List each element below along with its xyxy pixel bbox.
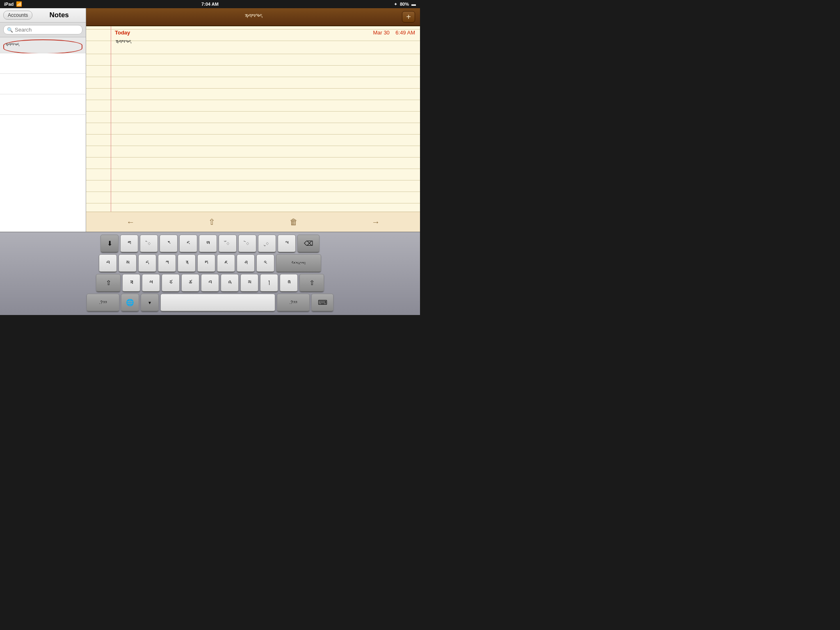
- note-today-label: Today: [115, 30, 130, 36]
- accounts-button[interactable]: Accounts: [3, 11, 32, 20]
- notes-header: Accounts Notes: [0, 8, 86, 23]
- battery-icon: ▬: [411, 2, 416, 7]
- shift-right-key[interactable]: ⇧: [299, 274, 324, 292]
- key-ma[interactable]: མ: [119, 254, 137, 272]
- notes-title: Notes: [36, 11, 82, 19]
- back-button[interactable]: ←: [121, 216, 139, 228]
- notes-list: ནབསལད: [0, 37, 86, 232]
- key-shad[interactable]: །: [260, 274, 278, 292]
- key-tha[interactable]: ཐ: [122, 274, 140, 292]
- backspace-key[interactable]: ⌫: [297, 235, 320, 253]
- note-date: Mar 30: [373, 30, 389, 36]
- key-punct-left[interactable]: .?༣༣: [87, 294, 119, 312]
- key-a[interactable]: ཨ: [199, 235, 217, 253]
- key-mark[interactable]: ▾: [141, 294, 159, 312]
- delete-button[interactable]: 🗑: [285, 216, 303, 228]
- space-key[interactable]: [160, 294, 275, 312]
- key-nga[interactable]: ང: [179, 235, 197, 253]
- globe-key[interactable]: 🌐: [121, 294, 139, 312]
- notes-panel: Accounts Notes 🔍 ནབསལད: [0, 8, 86, 232]
- key-punct-right[interactable]: .?༣༣: [277, 294, 310, 312]
- key-pha[interactable]: ཕ: [142, 274, 160, 292]
- key-tsa[interactable]: ཙ: [162, 274, 180, 292]
- return-key[interactable]: འཛིན་ལྡན།: [276, 254, 321, 272]
- wifi-icon: 📶: [16, 1, 22, 7]
- time-display: 7:04 AM: [201, 2, 219, 7]
- key-ah[interactable]: འ: [256, 254, 274, 272]
- key-ka[interactable]: ཀ: [158, 254, 176, 272]
- key-ga[interactable]: ག: [120, 235, 138, 253]
- editor-title: ནབསལད: [244, 13, 262, 21]
- key-dza[interactable]: ཇ: [217, 254, 235, 272]
- key-ta[interactable]: ཏ: [197, 254, 215, 272]
- list-item-empty2[interactable]: [0, 74, 86, 94]
- list-item-empty1[interactable]: [0, 53, 86, 74]
- key-ba[interactable]: བ: [99, 254, 117, 272]
- status-left: iPad 📶: [4, 1, 22, 7]
- key-ma2[interactable]: མ: [240, 274, 258, 292]
- status-right: ✦ 80% ▬: [394, 2, 416, 7]
- key-ra[interactable]: ར: [160, 235, 178, 253]
- status-bar: iPad 📶 7:04 AM ✦ 80% ▬: [0, 0, 420, 8]
- list-item[interactable]: ནབསལད: [0, 37, 86, 53]
- share-button[interactable]: ⇧: [203, 215, 220, 228]
- keyboard: ⬇ ག ི ར ང ཨ ོ ེ ུ ལ ⌫ བ མ ད ཀ ན ཏ ཇ ཤ འ …: [0, 232, 420, 315]
- key-la[interactable]: ལ: [278, 235, 296, 253]
- key-e[interactable]: ེ: [238, 235, 256, 253]
- key-da[interactable]: ད: [138, 254, 156, 272]
- note-paper[interactable]: Today Mar 30 6:49 AM ནབསལད: [86, 26, 420, 212]
- key-tsha[interactable]: ཚ: [181, 274, 199, 292]
- keyboard-row-3: ⇧ ཐ ཕ ཙ ཚ བ ཞ མ ། ༀ ⇧: [2, 274, 418, 292]
- note-paper-inner: Today Mar 30 6:49 AM ནབསལད: [86, 26, 420, 212]
- editor-panel: ནབསལད + Today Mar 30 6:49 AM ནབསལད ← ⇧: [86, 8, 420, 232]
- note-time: 6:49 AM: [395, 30, 415, 36]
- note-date-header: Today Mar 30 6:49 AM: [86, 26, 420, 37]
- search-input-wrapper[interactable]: 🔍: [3, 25, 82, 34]
- note-title: ནབསལད: [5, 42, 19, 48]
- note-datetime: Mar 30 6:49 AM: [373, 30, 415, 36]
- key-sha[interactable]: ཤ: [237, 254, 255, 272]
- main-content: Accounts Notes 🔍 ནབསལད ནབསལད +: [0, 8, 420, 232]
- editor-toolbar: ← ⇧ 🗑 →: [86, 212, 420, 232]
- key-om[interactable]: ༀ: [280, 274, 298, 292]
- bluetooth-icon: ✦: [394, 2, 397, 7]
- shift-left-key[interactable]: ⇧: [96, 274, 121, 292]
- search-input[interactable]: [15, 27, 79, 33]
- note-content[interactable]: ནབསལད: [86, 37, 420, 48]
- carrier-label: iPad: [4, 2, 14, 7]
- key-i[interactable]: ི: [140, 235, 158, 253]
- key-zha[interactable]: ཞ: [221, 274, 239, 292]
- key-o[interactable]: ོ: [219, 235, 237, 253]
- key-u[interactable]: ུ: [258, 235, 276, 253]
- keyboard-hide-key[interactable]: ⌨: [311, 294, 333, 312]
- battery-label: 80%: [400, 2, 409, 7]
- forward-button[interactable]: →: [367, 216, 385, 228]
- keyboard-row-1: ⬇ ག ི ར ང ཨ ོ ེ ུ ལ ⌫: [2, 235, 418, 253]
- keyboard-row-2: བ མ ད ཀ ན ཏ ཇ ཤ འ འཛིན་ལྡན།: [2, 254, 418, 272]
- add-note-button[interactable]: +: [402, 11, 415, 23]
- keyboard-row-4: .?༣༣ 🌐 ▾ .?༣༣ ⌨: [2, 294, 418, 312]
- search-bar: 🔍: [0, 23, 86, 37]
- key-wa[interactable]: བ: [201, 274, 219, 292]
- search-icon: 🔍: [7, 27, 13, 33]
- list-item-empty3[interactable]: [0, 94, 86, 115]
- key-na[interactable]: ན: [178, 254, 196, 272]
- editor-header: ནབསལད +: [86, 8, 420, 26]
- key-hide-shift[interactable]: ⬇: [100, 235, 119, 253]
